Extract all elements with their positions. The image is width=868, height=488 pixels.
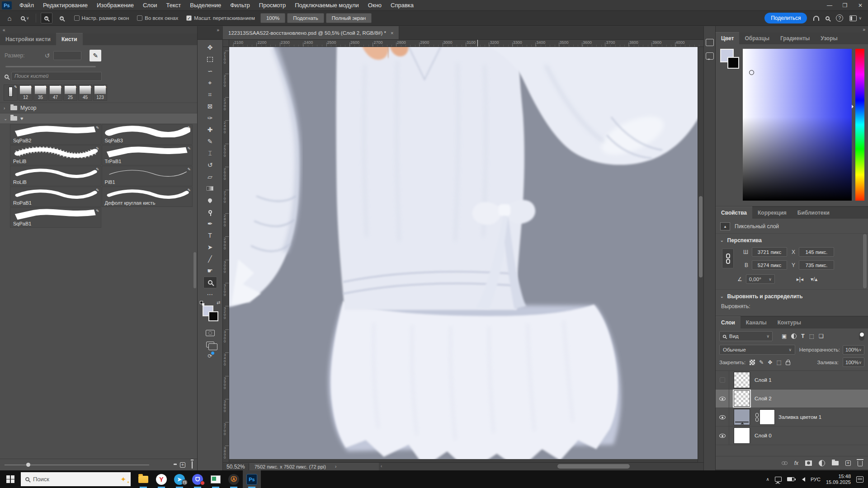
menu-Просмотр[interactable]: Просмотр [255, 0, 290, 10]
close-document-icon[interactable]: × [391, 30, 393, 36]
zoom-out-button[interactable]: – [56, 13, 68, 23]
color-cursor[interactable] [749, 70, 754, 75]
menu-Файл[interactable]: Файл [15, 0, 38, 10]
frame-tool[interactable]: ⊠ [203, 100, 217, 112]
brush-panel-scrollbar[interactable] [193, 252, 196, 288]
brush-group-musor[interactable]: › Мусор [0, 103, 197, 113]
tab-brush-settings[interactable]: Настройки кисти [0, 33, 56, 45]
add-mask-icon[interactable] [805, 460, 812, 466]
tab-Образцы[interactable]: Образцы [739, 33, 775, 44]
collapse-right-dock[interactable]: » [716, 26, 868, 33]
lasso-tool[interactable]: ∽ [203, 65, 217, 77]
zoom-tool-preset[interactable]: ∨ [19, 16, 31, 20]
filter-shape-layers-icon[interactable]: ⬚ [809, 333, 814, 339]
swap-colors-icon[interactable]: ⇄ [217, 300, 220, 305]
zoom-level-field[interactable]: 50.52% [223, 463, 249, 470]
fill-field[interactable]: 100%∨ [843, 357, 864, 367]
eyedropper-tool[interactable]: ✑ [203, 112, 217, 124]
tab-Контуры[interactable]: Контуры [772, 317, 807, 328]
brush-preset[interactable]: ✎SqPaB1 [10, 207, 101, 228]
taskbar-app-yandex-browser[interactable]: Y [152, 470, 170, 488]
menu-Изображение[interactable]: Изображение [93, 0, 138, 10]
vertical-scrollbar[interactable] [698, 47, 703, 462]
new-brush-icon[interactable]: + [180, 462, 185, 468]
layer-row[interactable]: Заливка цветом 1 [716, 408, 868, 427]
layer-mask-thumbnail[interactable] [760, 409, 775, 425]
brush-size-preset[interactable]: ✎ [4, 84, 18, 101]
history-brush-tool[interactable]: ↺ [203, 159, 217, 171]
field-value-Ш[interactable]: 3721 пикс [752, 247, 787, 257]
tab-brushes[interactable]: Кисти [56, 33, 83, 45]
taskbar-app-discord[interactable]: ᗜ [189, 470, 207, 488]
layer-thumbnail[interactable] [734, 409, 750, 425]
status-chevron-icon[interactable]: › [331, 464, 340, 469]
eye-off-icon[interactable] [720, 377, 725, 383]
bell-icon[interactable] [813, 16, 819, 21]
brush-preset[interactable]: ✎SqPaB3 [102, 124, 193, 145]
taskbar-app-utility-app[interactable]: Ⓐ [225, 470, 243, 488]
ruler-corner[interactable] [223, 40, 229, 47]
brush-search-input[interactable]: Поиск кистей [11, 72, 102, 81]
expand-toolbar-icon[interactable]: » [198, 26, 223, 39]
restore-button[interactable]: ❐ [837, 0, 853, 10]
clock[interactable]: 15:48 15.09.2025 [826, 474, 851, 485]
panel-comments-icon[interactable] [706, 52, 714, 60]
delete-layer-icon[interactable] [858, 461, 863, 466]
mask-link-icon[interactable] [755, 413, 759, 422]
collapse-right-dock-icon[interactable]: » [863, 27, 865, 32]
new-layer-icon[interactable]: + [845, 460, 851, 466]
language-indicator[interactable]: РУС [811, 477, 821, 482]
layer-filter-dropdown[interactable]: Вид ∨ [719, 331, 773, 341]
horizontal-scrollbar[interactable]: ‹ [379, 463, 703, 470]
path-selection-tool[interactable]: ➤ [203, 241, 217, 253]
field-value-В[interactable]: 5274 пикс [752, 260, 787, 270]
taskbar-app-preview-app[interactable] [207, 470, 225, 488]
saturation-brightness-field[interactable] [743, 49, 852, 201]
visibility-cell[interactable] [716, 427, 729, 445]
visibility-cell[interactable] [716, 408, 729, 426]
workspace-switcher[interactable]: ∨ [849, 15, 862, 21]
brush-preset[interactable]: ✎PiB1 [102, 166, 193, 186]
brush-size-preset[interactable]: ✎12 [19, 84, 33, 101]
crop-tool[interactable]: ⌗ [203, 89, 217, 100]
volume-icon[interactable] [800, 477, 805, 482]
lock-all-icon[interactable] [786, 361, 790, 365]
taskbar-app-telegram[interactable]: ➤71 [170, 470, 189, 488]
layer-thumbnail[interactable] [734, 372, 750, 388]
checkbox[interactable] [137, 15, 142, 21]
reset-size-icon[interactable]: ↺ [45, 52, 50, 59]
filter-smart-objects-icon[interactable]: ❏ [819, 333, 824, 339]
transform-section-header[interactable]: ⌄Перспектива [716, 233, 868, 246]
zoom-tool[interactable] [203, 277, 217, 288]
checkbox[interactable]: ✓ [186, 15, 192, 21]
menu-Подключаемые модули[interactable]: Подключаемые модули [291, 0, 363, 10]
dodge-tool[interactable] [203, 206, 217, 218]
new-group-icon[interactable] [832, 461, 839, 465]
brush-size-preset[interactable]: ✎123 [93, 84, 107, 101]
field-value-X[interactable]: 145 пикс. [799, 247, 834, 257]
brush-preset[interactable]: ✎PeLiB [10, 145, 101, 165]
menu-Справка[interactable]: Справка [387, 0, 418, 10]
eye-icon[interactable] [719, 415, 726, 419]
layer-row[interactable]: Слой 1 [716, 371, 868, 389]
network-icon[interactable] [775, 477, 782, 482]
brush-size-input[interactable] [53, 51, 81, 60]
brush-preset[interactable]: ✎SqPaB2 [10, 124, 101, 145]
eraser-tool[interactable]: ▱ [203, 171, 217, 183]
menu-Выделение[interactable]: Выделение [186, 0, 225, 10]
clone-stamp-tool[interactable]: ⌶ [203, 147, 217, 159]
tab-Градиенты[interactable]: Градиенты [775, 33, 815, 44]
layer-row[interactable]: Слой 2 [716, 389, 868, 408]
preview-size-slider[interactable] [5, 465, 149, 465]
field-value-Y[interactable]: 735 пикс. [799, 260, 834, 270]
screen-mode-button[interactable] [206, 342, 214, 347]
panel-collapse-strip[interactable]: « [0, 26, 197, 33]
taskbar-app-file-explorer[interactable] [134, 470, 152, 488]
brush-size-slider[interactable] [5, 66, 96, 67]
share-button[interactable]: Поделиться [764, 13, 807, 23]
layer-filter-toggle[interactable] [859, 332, 864, 341]
opacity-field[interactable]: 100%∨ [843, 345, 864, 355]
layer-thumbnail[interactable] [734, 427, 750, 444]
link-layers-icon[interactable] [782, 461, 788, 465]
gradient-tool[interactable] [203, 183, 217, 194]
